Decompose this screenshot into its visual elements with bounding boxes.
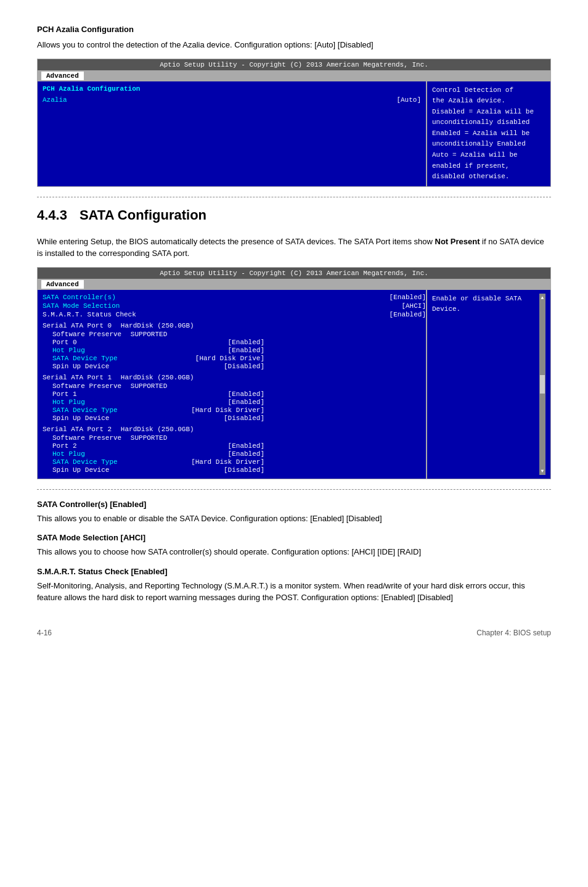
- sata-port1-port: Port 1 [Enabled]: [43, 390, 264, 398]
- sata-port2-sw-label: Software Preserve: [52, 434, 121, 442]
- pch-advanced-tab[interactable]: Advanced: [41, 72, 84, 80]
- pch-azalia-label: Azalia: [43, 96, 67, 104]
- sata-mode-value: [AHCI]: [401, 302, 426, 310]
- pch-left-title: PCH Azalia Configuration: [43, 85, 421, 93]
- sata-controller-subtext: This allows you to enable or disable the…: [37, 513, 551, 525]
- sata-port2-port-value: [Enabled]: [228, 442, 264, 450]
- pch-description: Allows you to control the detection of t…: [37, 39, 551, 51]
- sata-port0-hotplug-label: Hot Plug: [52, 347, 85, 354]
- sata-controller-label: SATA Controller(s): [43, 294, 116, 301]
- sata-desc-bold: Not Present: [435, 237, 480, 246]
- pch-bios-body: PCH Azalia Configuration Azalia [Auto] C…: [38, 81, 550, 186]
- sata-port1-value: HardDisk (250.0GB): [121, 374, 194, 381]
- sata-port1-spinup: Spin Up Device [Disabled]: [43, 415, 264, 422]
- sata-heading-title: SATA Configuration: [80, 207, 206, 223]
- sata-port0-devtype-label: SATA Device Type: [52, 355, 118, 362]
- sata-port2-spinup-label: Spin Up Device: [52, 466, 109, 474]
- sata-row-smart: S.M.A.R.T. Status Check [Enabled]: [43, 311, 426, 318]
- sata-port1-port-value: [Enabled]: [228, 390, 264, 398]
- sata-port0-value: HardDisk (250.0GB): [121, 322, 194, 329]
- sata-port2-header: Serial ATA Port 2 HardDisk (250.0GB): [43, 426, 426, 433]
- pch-azalia-value: [Auto]: [396, 96, 421, 104]
- sata-scrollbar[interactable]: ▲ ▼: [539, 294, 545, 475]
- sata-port0-header: Serial ATA Port 0 HardDisk (250.0GB): [43, 322, 426, 329]
- sata-port1-hotplug: Hot Plug [Enabled]: [43, 398, 264, 406]
- sata-port2-devtype-value: [Hard Disk Driver]: [191, 458, 264, 466]
- sata-section: 4.4.3 SATA Configuration While entering …: [37, 207, 551, 604]
- sata-bios-tab-row: Advanced: [38, 279, 550, 290]
- sata-bios-body: SATA Controller(s) [Enabled] SATA Mode S…: [38, 290, 550, 479]
- sata-port0-port: Port 0 [Enabled]: [43, 339, 264, 346]
- sata-smart-subtitle: S.M.A.R.T. Status Check [Enabled]: [37, 567, 551, 576]
- sata-port1-sw-label: Software Preserve: [52, 382, 121, 390]
- sata-port2-devtype-label: SATA Device Type: [52, 458, 118, 466]
- sata-port0-spinup-label: Spin Up Device: [52, 363, 109, 370]
- sata-port1-spinup-value: [Disabled]: [224, 415, 264, 422]
- sata-port2-sw: Software Preserve SUPPORTED: [43, 434, 426, 442]
- sata-description: While entering Setup, the BIOS automatic…: [37, 236, 551, 260]
- sata-heading-number: 4.4.3: [37, 207, 67, 223]
- sata-port1-spinup-label: Spin Up Device: [52, 415, 109, 422]
- sata-row-controller: SATA Controller(s) [Enabled]: [43, 294, 426, 301]
- sata-desc-part1: While entering Setup, the BIOS automatic…: [37, 237, 435, 246]
- sata-subsection-mode: SATA Mode Selection [AHCI] This allows y…: [37, 533, 551, 558]
- sata-port0-devtype-value: [Hard Disk Drive]: [195, 355, 264, 362]
- sata-port0-hotplug-value: [Enabled]: [228, 347, 264, 354]
- sata-port2-hotplug-value: [Enabled]: [228, 450, 264, 458]
- sata-port0-label: Serial ATA Port 0: [43, 322, 112, 329]
- sata-port1-sw: Software Preserve SUPPORTED: [43, 382, 426, 390]
- sata-port1-hotplug-value: [Enabled]: [228, 398, 264, 406]
- sata-port2-devtype: SATA Device Type [Hard Disk Driver]: [43, 458, 264, 466]
- sata-port2-hotplug-label: Hot Plug: [52, 450, 85, 458]
- sata-port2-sw-value: SUPPORTED: [131, 434, 167, 442]
- pch-azalia-row: Azalia [Auto]: [43, 96, 421, 104]
- pch-title: PCH Azalia Configuration: [37, 25, 551, 34]
- sata-port2-spinup-value: [Disabled]: [224, 466, 264, 474]
- sata-port2-port-label: Port 2: [52, 442, 77, 450]
- pch-section: PCH Azalia Configuration Allows you to c…: [37, 25, 551, 197]
- pch-divider: [37, 197, 551, 197]
- sata-advanced-tab[interactable]: Advanced: [41, 280, 84, 289]
- sata-bios-right: Enable or disable SATA Device. ▲ ▼: [427, 290, 550, 479]
- footer-left: 4-16: [37, 629, 52, 637]
- sata-divider: [37, 489, 551, 490]
- sata-port1-devtype-value: [Hard Disk Driver]: [191, 406, 264, 414]
- footer-right: Chapter 4: BIOS setup: [476, 629, 551, 637]
- sata-port0-sw: Software Preserve SUPPORTED: [43, 331, 426, 338]
- sata-port0-spinup-value: [Disabled]: [224, 363, 264, 370]
- pch-bios-tab-row: Advanced: [38, 70, 550, 81]
- scroll-up-icon: ▲: [541, 295, 544, 300]
- sata-port0-devtype: SATA Device Type [Hard Disk Drive]: [43, 355, 264, 362]
- sata-bios-header: Aptio Setup Utility - Copyright (C) 2013…: [38, 268, 550, 279]
- sata-port2-hotplug: Hot Plug [Enabled]: [43, 450, 264, 458]
- sata-row-mode: SATA Mode Selection [AHCI]: [43, 302, 426, 310]
- pch-bios-right: Control Detection of the Azalia device. …: [427, 81, 550, 186]
- sata-bios-box: Aptio Setup Utility - Copyright (C) 2013…: [37, 267, 551, 479]
- sata-mode-label: SATA Mode Selection: [43, 302, 120, 310]
- pch-bios-box: Aptio Setup Utility - Copyright (C) 2013…: [37, 59, 551, 187]
- sata-port1-label: Serial ATA Port 1: [43, 374, 112, 381]
- sata-bios-left: SATA Controller(s) [Enabled] SATA Mode S…: [38, 290, 427, 479]
- sata-port0-port-label: Port 0: [52, 339, 77, 346]
- sata-port2-label: Serial ATA Port 2: [43, 426, 112, 433]
- sata-smart-label: S.M.A.R.T. Status Check: [43, 311, 136, 318]
- sata-port1-hotplug-label: Hot Plug: [52, 398, 85, 406]
- sata-port1-devtype: SATA Device Type [Hard Disk Driver]: [43, 406, 264, 414]
- sata-smart-value: [Enabled]: [390, 311, 426, 318]
- sata-port1-header: Serial ATA Port 1 HardDisk (250.0GB): [43, 374, 426, 381]
- pch-bios-left: PCH Azalia Configuration Azalia [Auto]: [38, 81, 427, 186]
- sata-port2-value: HardDisk (250.0GB): [121, 426, 194, 433]
- sata-controller-subtitle: SATA Controller(s) [Enabled]: [37, 500, 551, 509]
- pch-right-text: Control Detection of the Azalia device. …: [432, 85, 545, 183]
- sata-port2-spinup: Spin Up Device [Disabled]: [43, 466, 264, 474]
- sata-port1-devtype-label: SATA Device Type: [52, 406, 118, 414]
- scroll-down-icon: ▼: [541, 468, 544, 474]
- sata-mode-subtext: This allows you to choose how SATA contr…: [37, 546, 551, 558]
- sata-port1-port-label: Port 1: [52, 390, 77, 398]
- sata-port0-port-value: [Enabled]: [228, 339, 264, 346]
- sata-port0-sw-label: Software Preserve: [52, 331, 121, 338]
- sata-mode-subtitle: SATA Mode Selection [AHCI]: [37, 533, 551, 542]
- page-footer: 4-16 Chapter 4: BIOS setup: [37, 629, 551, 637]
- sata-port1-sw-value: SUPPORTED: [131, 382, 167, 390]
- scroll-thumb: [540, 375, 545, 394]
